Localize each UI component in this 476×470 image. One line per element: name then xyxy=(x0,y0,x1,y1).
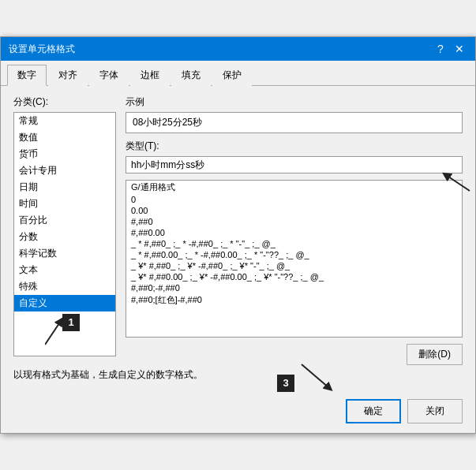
list-item[interactable]: 货币 xyxy=(14,146,115,162)
format-item[interactable]: G/通用格式 xyxy=(126,181,462,194)
dialog-body: 分类(C): 常规 数值 货币 会计专用 日期 时间 百分比 分数 科学记数 文… xyxy=(1,86,475,391)
tab-border[interactable]: 边框 xyxy=(130,65,170,86)
format-item[interactable]: _ * #,##0_ ;_ * -#,##0_ ;_ * "-"_ ;_ @_ xyxy=(126,238,462,249)
arrow3-icon xyxy=(298,360,337,392)
preview-section: 示例 08小时25分25秒 xyxy=(126,95,463,133)
list-item[interactable]: 常规 xyxy=(14,113,115,129)
badge1: 1 xyxy=(62,314,80,331)
list-item[interactable]: 特殊 xyxy=(14,278,115,295)
help-button[interactable]: ? xyxy=(433,41,448,57)
title-bar: 设置单元格格式 ? ✕ xyxy=(1,37,475,61)
list-item[interactable]: 科学记数 xyxy=(14,245,115,262)
title-bar-controls: ? ✕ xyxy=(433,41,467,57)
format-item[interactable]: _ ¥* #,##0_ ;_ ¥* -#,##0_ ;_ ¥* "-"_ ;_ … xyxy=(126,260,462,271)
main-content: 分类(C): 常规 数值 货币 会计专用 日期 时间 百分比 分数 科学记数 文… xyxy=(13,95,463,365)
list-item-custom[interactable]: 自定义 xyxy=(14,295,115,311)
dialog-title: 设置单元格格式 xyxy=(9,43,75,56)
tab-alignment[interactable]: 对齐 xyxy=(48,65,88,86)
list-item[interactable]: 会计专用 xyxy=(14,162,115,179)
tab-fill[interactable]: 填充 xyxy=(171,65,211,86)
list-item[interactable]: 分数 xyxy=(14,229,115,245)
svg-line-0 xyxy=(45,321,61,345)
type-label: 类型(T): xyxy=(126,140,463,153)
format-item[interactable]: _ * #,##0.00_ ;_ * -#,##0.00_ ;_ * "-"??… xyxy=(126,249,462,260)
tab-number[interactable]: 数字 xyxy=(7,65,47,86)
svg-line-2 xyxy=(302,364,329,388)
type-section: 类型(T): xyxy=(126,140,463,173)
list-item[interactable]: 时间 xyxy=(14,196,115,212)
arrow2-icon xyxy=(438,169,474,192)
format-item[interactable]: #,##0;-#,##0 xyxy=(126,282,462,293)
confirm-button[interactable]: 确定 xyxy=(346,399,401,423)
format-cells-dialog: 设置单元格格式 ? ✕ 数字 对齐 字体 边框 填充 保护 分类(C): 常规 … xyxy=(0,36,476,434)
svg-line-1 xyxy=(446,175,470,191)
preview-label: 示例 xyxy=(126,95,463,109)
delete-button[interactable]: 删除(D) xyxy=(407,344,463,365)
category-label: 分类(C): xyxy=(13,95,116,109)
right-panel: 示例 08小时25分25秒 类型(T): xyxy=(126,95,463,365)
cancel-button[interactable]: 关闭 xyxy=(407,399,463,423)
format-item[interactable]: 0 xyxy=(126,194,462,205)
tab-font[interactable]: 字体 xyxy=(89,65,129,86)
close-button[interactable]: ✕ xyxy=(452,41,467,57)
list-item[interactable]: 文本 xyxy=(14,262,115,278)
description-text: 以现有格式为基础，生成自定义的数字格式。 xyxy=(13,368,463,382)
format-item[interactable]: #,##0 xyxy=(126,216,462,227)
tabs-bar: 数字 对齐 字体 边框 填充 保护 xyxy=(1,61,475,86)
format-item[interactable]: #,##0.00 xyxy=(126,227,462,238)
list-item[interactable]: 日期 xyxy=(14,179,115,196)
left-panel: 分类(C): 常规 数值 货币 会计专用 日期 时间 百分比 分数 科学记数 文… xyxy=(13,95,116,365)
footer: 3 确定 关闭 xyxy=(1,391,475,433)
tab-protect[interactable]: 保护 xyxy=(212,65,252,86)
format-item[interactable]: 0.00 xyxy=(126,205,462,216)
format-item[interactable]: #,##0;[红色]-#,##0 xyxy=(126,293,462,307)
badge3: 3 xyxy=(277,375,294,392)
list-item[interactable]: 数值 xyxy=(14,129,115,146)
badge3-container: 3 xyxy=(277,360,337,392)
list-item[interactable]: 百分比 xyxy=(14,212,115,229)
type-input[interactable] xyxy=(126,156,463,173)
format-item[interactable]: _ ¥* #,##0.00_ ;_ ¥* -#,##0.00_ ;_ ¥* "-… xyxy=(126,271,462,282)
format-list[interactable]: G/通用格式 0 0.00 #,##0 #,##0.00 _ * #,##0_ … xyxy=(126,180,463,338)
preview-box: 08小时25分25秒 xyxy=(126,112,463,133)
